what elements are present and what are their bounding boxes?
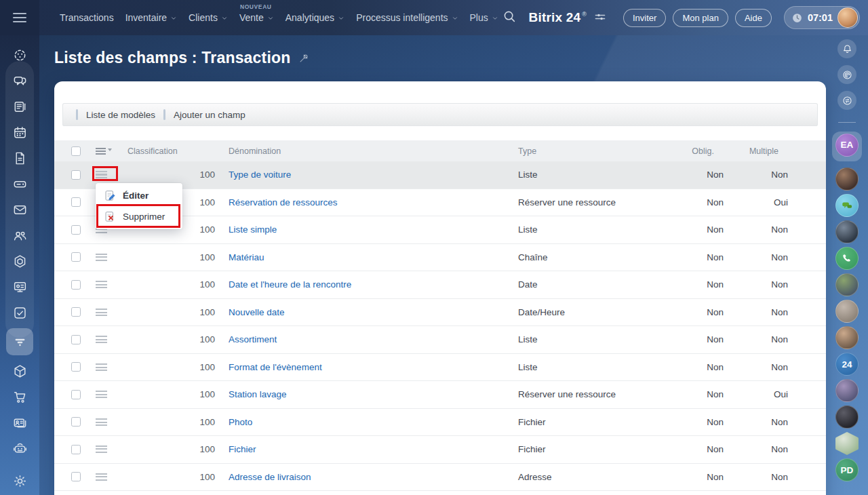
row-checkbox[interactable] (71, 252, 81, 262)
row-checkbox[interactable] (71, 280, 81, 290)
field-name-cell: Réservation de ressources (215, 197, 518, 207)
nav-item-transactions[interactable]: Transactions (60, 9, 114, 26)
menu-item-supprimer[interactable]: Supprimer (96, 206, 182, 227)
nav-item-plus[interactable]: Plus (470, 9, 498, 26)
row-checkbox[interactable] (71, 335, 81, 344)
messenger-live-button[interactable] (837, 91, 856, 110)
chat-widget[interactable] (835, 194, 859, 217)
current-user-avatar[interactable] (837, 7, 858, 28)
row-checkbox[interactable] (71, 362, 81, 372)
sidebar-item-contacts[interactable] (6, 410, 33, 435)
field-name-link[interactable]: Station lavage (229, 389, 287, 399)
sidebar-item-messenger[interactable] (6, 68, 33, 94)
user-avatar-1[interactable] (835, 167, 859, 191)
nav-item-vente[interactable]: NOUVEAUVente (239, 9, 274, 26)
drag-handle-icon[interactable] (96, 309, 107, 316)
user-avatar-5[interactable] (835, 326, 859, 349)
nav-item-clients[interactable]: Clients (189, 9, 228, 26)
bitrix24-badge[interactable]: 24 (835, 353, 859, 376)
row-checkbox[interactable] (71, 307, 81, 317)
field-name-link[interactable]: Format de l'évènement (229, 362, 322, 372)
nav-item-analytiques[interactable]: Analytiques (285, 9, 344, 26)
sidebar-item-drive[interactable] (6, 171, 33, 197)
sidebar-item-crm-funnel[interactable] (6, 328, 33, 355)
inviter-button[interactable]: Inviter (623, 9, 666, 27)
row-checkbox[interactable] (71, 170, 81, 180)
field-name-link[interactable]: Adresse de livraison (229, 472, 311, 482)
field-name-link[interactable]: Assortiment (229, 334, 277, 344)
user-avatar-3[interactable] (835, 273, 859, 296)
toolbar-item-ajouter-un-champ[interactable]: Ajouter un champ (174, 110, 245, 120)
select-all-checkbox[interactable] (71, 146, 81, 156)
header-menu-icon[interactable] (96, 148, 126, 155)
bitrix24-logo[interactable]: Bitrix 24 ® (529, 10, 587, 25)
drag-handle-icon[interactable] (96, 473, 107, 481)
nav-item-processus-intelligents[interactable]: Processus intelligents (356, 9, 458, 26)
menu-item-editer[interactable]: Éditer (96, 185, 182, 206)
telephony[interactable] (835, 247, 859, 270)
row-checkbox[interactable] (71, 225, 81, 235)
pin-icon[interactable] (298, 52, 310, 64)
field-name-link[interactable]: Type de voiture (229, 170, 291, 180)
sidebar-item-news[interactable] (6, 94, 33, 119)
time-widget[interactable]: 07:01 (784, 6, 860, 29)
user-avatar-6[interactable] (835, 379, 859, 402)
drag-handle-icon[interactable] (96, 391, 107, 398)
oblig-value: Non (658, 307, 724, 317)
drag-handle-icon[interactable] (96, 281, 107, 288)
field-name-link[interactable]: Liste simple (229, 224, 277, 235)
drag-handle-icon[interactable] (96, 418, 107, 426)
sidebar-item-live-feed[interactable] (6, 42, 33, 68)
row-checkbox[interactable] (71, 417, 81, 427)
user-pd[interactable]: PD (835, 458, 859, 481)
row-checkbox[interactable] (71, 472, 81, 481)
field-name-cell: Date et l'heure de la rencontre (215, 279, 518, 290)
nav-item-label: Processus intelligents (356, 12, 448, 23)
sidebar-item-calendar[interactable] (6, 119, 33, 145)
drag-handle-icon[interactable] (96, 254, 107, 261)
row-checkbox[interactable] (71, 445, 81, 454)
search-icon[interactable] (502, 9, 519, 26)
user-ea[interactable]: EA (835, 134, 859, 157)
user-avatar-8[interactable] (835, 432, 859, 455)
field-name-link[interactable]: Fichier (229, 444, 256, 454)
row-checkbox[interactable] (71, 197, 81, 207)
toolbar-item-liste-de-modeles[interactable]: Liste de modèles (86, 110, 155, 120)
sidebar-item-docs[interactable] (6, 145, 33, 171)
main-menu-button[interactable] (0, 0, 39, 35)
field-name-link[interactable]: Nouvelle date (229, 307, 285, 317)
sidebar-item-employees[interactable] (6, 222, 33, 248)
sidebar-item-marketing[interactable] (6, 274, 33, 300)
field-name-link[interactable]: Matériau (229, 252, 264, 262)
sliders-icon[interactable] (593, 10, 608, 25)
field-name-link[interactable]: Photo (229, 417, 252, 427)
sidebar-item-crm[interactable] (6, 248, 33, 274)
field-name-cell: Format de l'évènement (215, 362, 518, 372)
drag-handle-icon[interactable] (96, 363, 107, 371)
notifications-bell-button[interactable] (837, 39, 856, 58)
mon-plan-button[interactable]: Mon plan (673, 9, 728, 27)
multiple-value: Non (724, 444, 788, 454)
row-checkbox[interactable] (71, 390, 81, 399)
drag-handle-icon[interactable] (96, 446, 107, 453)
drag-handle-icon[interactable] (96, 171, 107, 178)
user-avatar-7[interactable] (835, 405, 859, 429)
header-classification: Classification (126, 146, 215, 156)
sidebar-item-shop[interactable] (6, 384, 33, 410)
oblig-value: Non (658, 389, 724, 399)
automation-icon (12, 441, 28, 456)
sidebar-item-mail[interactable] (6, 197, 33, 222)
sidebar-item-automation[interactable] (6, 435, 33, 461)
field-name-link[interactable]: Date et l'heure de la rencontre (229, 279, 351, 290)
drag-handle-icon[interactable] (96, 336, 107, 343)
sidebar-item-tasks[interactable] (6, 300, 33, 325)
user-avatar-4[interactable] (835, 300, 859, 323)
aide-button[interactable]: Aide (735, 9, 772, 27)
active-user-wrap[interactable]: EA (832, 132, 862, 161)
field-name-link[interactable]: Réservation de ressources (229, 197, 338, 207)
sidebar-item-settings[interactable] (6, 468, 33, 494)
nav-item-inventaire[interactable]: Inventaire (125, 9, 177, 26)
sidebar-item-catalog[interactable] (6, 358, 33, 384)
copilot-button[interactable] (837, 65, 856, 84)
user-avatar-2[interactable] (835, 220, 859, 243)
